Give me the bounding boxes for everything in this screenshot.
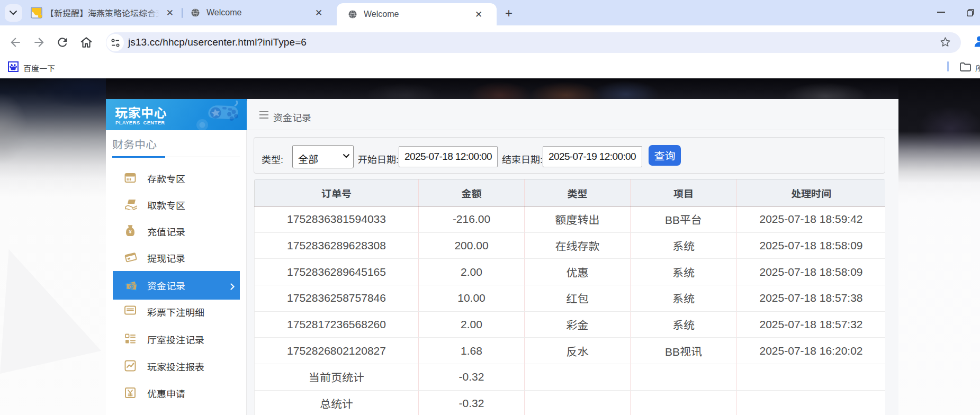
svg-text:¥: ¥ xyxy=(129,229,131,234)
